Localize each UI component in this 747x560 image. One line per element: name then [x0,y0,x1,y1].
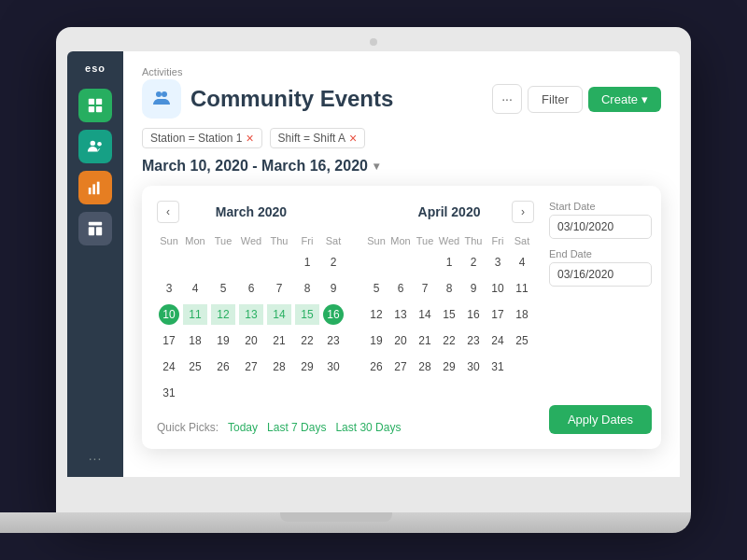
sidebar: eso ··· [67,51,123,477]
day-10-cell[interactable]: 10 [157,301,181,328]
day-cell[interactable]: 20 [388,328,413,354]
day-cell[interactable]: 25 [181,354,209,380]
day-cell[interactable]: 9 [321,275,345,301]
col-tue: Tue [209,232,237,249]
day-cell[interactable]: 28 [413,354,437,380]
day-cell[interactable]: 23 [321,328,345,354]
day-cell[interactable]: 2 [461,249,486,275]
create-button[interactable]: Create ▾ [588,87,661,112]
filter-tag-station-remove[interactable]: × [246,132,253,145]
col-mon: Mon [388,232,413,249]
day-15-cell[interactable]: 15 [293,301,321,328]
empty-cell [209,249,237,275]
prev-month-button[interactable]: ‹ [157,201,179,223]
date-inputs-column: Start Date End Date Apply Dates [549,201,652,434]
day-cell[interactable]: 16 [461,301,486,328]
svg-rect-8 [97,182,100,195]
page-title: Community Events [190,86,393,112]
day-cell[interactable]: 18 [510,301,534,328]
day-cell[interactable]: 4 [181,275,209,301]
start-date-input[interactable] [549,215,652,239]
day-cell[interactable]: 2 [321,249,345,275]
calendars-container: ‹ March 2020 Sun Mon [157,201,534,434]
quick-pick-today[interactable]: Today [228,421,258,434]
sidebar-icon-people[interactable] [78,130,112,163]
svg-point-12 [156,91,162,97]
quick-pick-7-days[interactable]: Last 7 Days [267,421,326,434]
svg-rect-11 [96,227,102,235]
day-cell[interactable]: 24 [157,354,181,380]
col-sun: Sun [364,232,388,249]
day-cell[interactable]: 30 [321,354,345,380]
day-12-cell[interactable]: 12 [209,301,237,328]
day-cell[interactable]: 27 [237,354,265,380]
apply-dates-button[interactable]: Apply Dates [549,405,652,434]
day-cell[interactable]: 26 [364,354,388,380]
svg-rect-9 [89,222,102,226]
day-cell[interactable]: 6 [388,275,413,301]
day-cell[interactable]: 31 [486,354,510,380]
empty-cell [237,249,265,275]
day-cell[interactable]: 17 [486,301,510,328]
day-cell[interactable]: 6 [237,275,265,301]
day-cell[interactable]: 14 [413,301,437,328]
sidebar-dots: ··· [89,451,103,466]
day-cell[interactable]: 23 [461,328,486,354]
day-cell[interactable]: 31 [157,380,181,406]
day-cell[interactable]: 30 [461,354,486,380]
day-cell[interactable]: 8 [293,275,321,301]
more-options-button[interactable]: ··· [492,84,522,114]
day-cell[interactable]: 3 [157,275,181,301]
filter-button[interactable]: Filter [528,86,583,113]
day-cell[interactable]: 21 [413,328,437,354]
day-13-cell[interactable]: 13 [237,301,265,328]
day-cell[interactable]: 22 [437,328,461,354]
sidebar-icon-chart[interactable] [78,171,112,204]
day-14-cell[interactable]: 14 [265,301,293,328]
day-cell[interactable]: 10 [486,275,510,301]
day-cell[interactable]: 17 [157,328,181,354]
day-cell[interactable]: 7 [265,275,293,301]
svg-point-13 [162,91,167,97]
sidebar-icon-grid[interactable] [78,89,112,122]
day-cell[interactable]: 29 [293,354,321,380]
day-cell[interactable]: 7 [413,275,437,301]
day-cell[interactable]: 28 [265,354,293,380]
day-cell[interactable]: 8 [437,275,461,301]
day-cell[interactable]: 26 [209,354,237,380]
empty-cell [157,249,181,275]
quick-pick-30-days[interactable]: Last 30 Days [335,421,401,434]
day-cell[interactable]: 11 [510,275,534,301]
end-date-input[interactable] [549,262,652,287]
filter-tag-shift-remove[interactable]: × [349,132,357,145]
sidebar-icon-layout[interactable] [78,212,112,245]
day-cell[interactable]: 22 [293,328,321,354]
day-cell[interactable]: 4 [510,249,534,275]
start-date-group: Start Date [549,201,652,239]
day-cell[interactable]: 19 [209,328,237,354]
day-cell[interactable]: 25 [510,328,534,354]
day-cell[interactable]: 15 [437,301,461,328]
date-range-selector[interactable]: March 10, 2020 - March 16, 2020 ▾ [142,158,661,175]
day-cell[interactable]: 12 [364,301,388,328]
next-month-button[interactable]: › [512,201,534,223]
day-cell[interactable]: 20 [237,328,265,354]
day-cell[interactable]: 13 [388,301,413,328]
day-cell[interactable]: 1 [293,249,321,275]
day-cell[interactable]: 5 [364,275,388,301]
day-cell[interactable]: 3 [486,249,510,275]
day-cell[interactable]: 24 [486,328,510,354]
end-date-group: End Date [549,248,652,287]
day-cell[interactable]: 19 [364,328,388,354]
day-cell[interactable]: 27 [388,354,413,380]
day-cell[interactable]: 18 [181,328,209,354]
day-cell[interactable]: 9 [461,275,486,301]
day-cell[interactable]: 5 [209,275,237,301]
col-tue: Tue [413,232,437,249]
day-11-cell[interactable]: 11 [181,301,209,328]
start-date-label: Start Date [549,201,652,212]
day-16-cell[interactable]: 16 [321,301,345,328]
day-cell[interactable]: 21 [265,328,293,354]
day-cell[interactable]: 1 [437,249,461,275]
day-cell[interactable]: 29 [437,354,461,380]
